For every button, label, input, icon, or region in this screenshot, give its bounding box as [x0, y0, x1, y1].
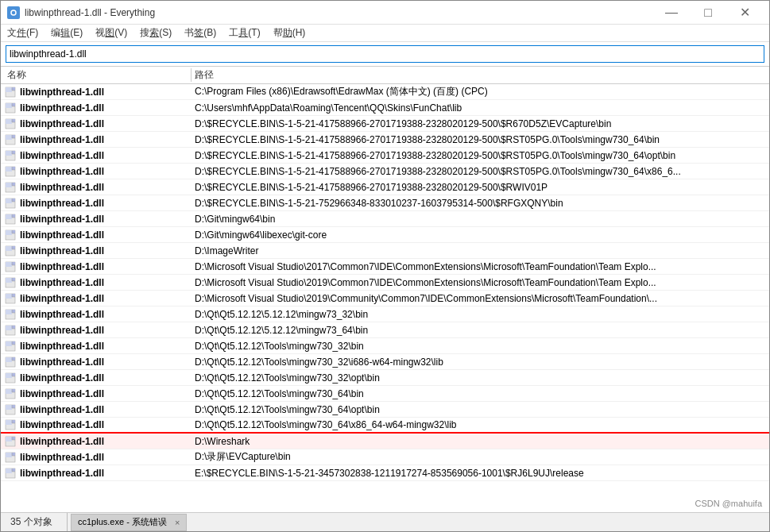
row-path: D:\Qt\Qt5.12.12\Tools\mingw730_32\i686-w… — [192, 357, 769, 368]
svg-rect-89 — [12, 357, 15, 360]
row-name: libwinpthread-1.dll — [1, 309, 192, 320]
row-path: D:\$RECYCLE.BIN\S-1-5-21-417588966-27017… — [192, 118, 769, 129]
dll-icon — [4, 134, 17, 145]
table-row[interactable]: libwinpthread-1.dllD:\$RECYCLE.BIN\S-1-5… — [1, 132, 769, 148]
dll-icon — [4, 357, 17, 368]
row-name: libwinpthread-1.dll — [1, 150, 192, 161]
menu-tools-label: 工具(T) — [229, 26, 260, 40]
row-name: libwinpthread-1.dll — [1, 134, 192, 145]
table-row[interactable]: libwinpthread-1.dllD:\Qt\Qt5.12.12\5.12.… — [1, 322, 769, 338]
table-row[interactable]: libwinpthread-1.dllD:\Microsoft Visual S… — [1, 291, 769, 306]
row-path: D:\Qt\Qt5.12.12\5.12.12\mingw73_64\bin — [192, 325, 769, 336]
dll-icon — [4, 261, 17, 272]
svg-rect-98 — [6, 389, 12, 394]
menu-file[interactable]: 文件(F) — [1, 25, 44, 42]
table-row[interactable]: libwinpthread-1.dllD:\Qt\Qt5.12.12\5.12.… — [1, 306, 769, 322]
table-scroll-area[interactable]: libwinpthread-1.dllC:\Program Files (x86… — [1, 84, 769, 512]
table-row[interactable]: libwinpthread-1.dllD:\录屏\EVCapture\bin — [1, 449, 769, 465]
row-path: D:\Wireshark — [192, 436, 769, 447]
dll-icon — [4, 309, 17, 320]
row-name-text: libwinpthread-1.dll — [20, 341, 104, 352]
table-row[interactable]: libwinpthread-1.dllC:\Program Files (x86… — [1, 84, 769, 100]
table-row[interactable]: libwinpthread-1.dllD:\$RECYCLE.BIN\S-1-5… — [1, 195, 769, 211]
dll-icon — [4, 341, 17, 352]
table-row[interactable]: libwinpthread-1.dllD:\$RECYCLE.BIN\S-1-5… — [1, 116, 769, 132]
col-header-name[interactable]: 名称 — [1, 68, 192, 82]
row-name: libwinpthread-1.dll — [1, 452, 192, 463]
table-row[interactable]: libwinpthread-1.dllE:\$RECYCLE.BIN\S-1-5… — [1, 465, 769, 481]
menu-view[interactable]: 视图(V) — [89, 25, 133, 42]
table-row[interactable]: libwinpthread-1.dllD:\Microsoft Visual S… — [1, 275, 769, 291]
table-row[interactable]: libwinpthread-1.dllD:\Qt\Qt5.12.12\Tools… — [1, 386, 769, 402]
table-row[interactable]: libwinpthread-1.dllD:\Qt\Qt5.12.12\Tools… — [1, 354, 769, 370]
table-row[interactable]: libwinpthread-1.dllD:\$RECYCLE.BIN\S-1-5… — [1, 148, 769, 164]
svg-rect-93 — [6, 373, 12, 378]
svg-rect-8 — [6, 103, 12, 108]
table-row[interactable]: libwinpthread-1.dllD:\Qt\Qt5.12.12\Tools… — [1, 370, 769, 386]
svg-rect-63 — [6, 278, 12, 283]
row-name-text: libwinpthread-1.dll — [20, 182, 104, 193]
svg-rect-13 — [6, 119, 12, 124]
table-row[interactable]: libwinpthread-1.dllD:\Microsoft Visual S… — [1, 259, 769, 275]
row-name: libwinpthread-1.dll — [1, 388, 192, 399]
table-row[interactable]: libwinpthread-1.dllD:\Qt\Qt5.12.12\Tools… — [1, 402, 769, 418]
table-header: 名称 路径 — [1, 67, 769, 84]
maximize-button[interactable]: □ — [690, 1, 726, 25]
table-row[interactable]: libwinpthread-1.dllD:\Git\mingw64\bin — [1, 211, 769, 227]
menu-edit[interactable]: 编辑(E) — [44, 25, 89, 42]
row-path: D:\录屏\EVCapture\bin — [192, 450, 769, 464]
table-row[interactable]: libwinpthread-1.dllD:\Git\mingw64\libexe… — [1, 227, 769, 243]
table-row[interactable]: libwinpthread-1.dllD:\Qt\Qt5.12.12\Tools… — [1, 418, 769, 434]
row-name: libwinpthread-1.dll — [1, 293, 192, 304]
menu-help[interactable]: 帮助(H) — [267, 25, 312, 42]
col-header-path[interactable]: 路径 — [192, 68, 769, 82]
status-count: 35 个对象 — [4, 513, 68, 531]
row-name: libwinpthread-1.dll — [1, 198, 192, 209]
dll-icon — [4, 388, 17, 399]
row-name: libwinpthread-1.dll — [1, 404, 192, 415]
row-path: D:\Qt\Qt5.12.12\Tools\mingw730_32\opt\bi… — [192, 372, 769, 384]
table-row[interactable]: libwinpthread-1.dllD:\Qt\Qt5.12.12\Tools… — [1, 338, 769, 354]
table-row[interactable]: libwinpthread-1.dllD:\ImageWriter — [1, 243, 769, 259]
minimize-button[interactable]: — — [653, 1, 690, 25]
taskbar-item-label: cc1plus.exe - 系统错误 — [78, 516, 167, 528]
svg-rect-123 — [6, 468, 12, 473]
dll-icon — [4, 404, 17, 415]
menu-bookmark[interactable]: 书签(B) — [178, 25, 222, 42]
row-name: libwinpthread-1.dll — [1, 118, 192, 129]
row-name: libwinpthread-1.dll — [1, 325, 192, 336]
svg-rect-4 — [12, 87, 15, 91]
close-button[interactable]: ✕ — [726, 1, 763, 25]
svg-point-0 — [9, 8, 18, 17]
row-path: D:\$RECYCLE.BIN\S-1-5-21-417588966-27017… — [192, 150, 769, 161]
row-path: D:\Microsoft Visual Studio\2019\Communit… — [192, 293, 769, 304]
taskbar-close-button[interactable]: × — [175, 518, 180, 527]
row-path: C:\Users\mhf\AppData\Roaming\Tencent\QQ\… — [192, 102, 769, 114]
dll-icon — [4, 229, 17, 241]
menu-file-label: 文件(F) — [7, 26, 38, 40]
svg-rect-49 — [12, 230, 15, 233]
menu-tools[interactable]: 工具(T) — [222, 25, 266, 42]
dll-icon — [4, 214, 17, 225]
dll-icon — [4, 436, 17, 447]
svg-rect-28 — [6, 167, 12, 172]
row-path: E:\$RECYCLE.BIN\S-1-5-21-3457302838-1211… — [192, 468, 769, 479]
row-path: D:\$RECYCLE.BIN\S-1-5-21-417588966-27017… — [192, 182, 769, 193]
svg-rect-118 — [6, 453, 12, 457]
row-name: libwinpthread-1.dll — [1, 357, 192, 368]
table-row[interactable]: libwinpthread-1.dllD:\$RECYCLE.BIN\S-1-5… — [1, 179, 769, 195]
table-row[interactable]: libwinpthread-1.dllD:\$RECYCLE.BIN\S-1-5… — [1, 164, 769, 179]
dll-icon — [4, 102, 17, 114]
row-path: D:\$RECYCLE.BIN\S-1-5-21-417588966-27017… — [192, 134, 769, 145]
table-row[interactable]: libwinpthread-1.dllC:\Users\mhf\AppData\… — [1, 100, 769, 116]
table-row[interactable]: libwinpthread-1.dllD:\Wireshark — [1, 434, 769, 449]
svg-rect-73 — [6, 310, 12, 314]
svg-rect-74 — [12, 310, 15, 313]
row-name-text: libwinpthread-1.dll — [20, 277, 104, 288]
menu-search[interactable]: 搜索(S) — [133, 25, 178, 42]
svg-rect-24 — [12, 151, 15, 154]
search-input[interactable] — [6, 45, 764, 63]
dll-icon — [4, 277, 17, 288]
row-name: libwinpthread-1.dll — [1, 229, 192, 241]
taskbar-item[interactable]: cc1plus.exe - 系统错误 × — [71, 514, 187, 531]
